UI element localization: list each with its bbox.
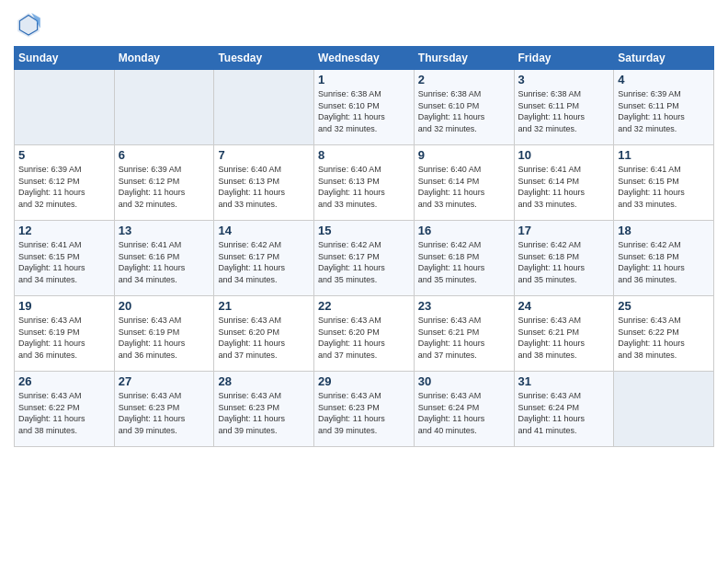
day-info: Sunrise: 6:40 AM Sunset: 6:13 PM Dayligh…	[318, 164, 410, 210]
day-info: Sunrise: 6:43 AM Sunset: 6:23 PM Dayligh…	[218, 390, 310, 436]
day-info: Sunrise: 6:42 AM Sunset: 6:18 PM Dayligh…	[618, 239, 710, 285]
day-info: Sunrise: 6:43 AM Sunset: 6:22 PM Dayligh…	[618, 315, 710, 361]
calendar-cell: 26Sunrise: 6:43 AM Sunset: 6:22 PM Dayli…	[15, 372, 115, 447]
day-number: 5	[18, 148, 110, 162]
weekday-header-saturday: Saturday	[614, 47, 714, 70]
day-info: Sunrise: 6:43 AM Sunset: 6:24 PM Dayligh…	[418, 390, 510, 436]
day-number: 1	[318, 73, 410, 86]
day-number: 21	[218, 299, 310, 313]
calendar-body: 1Sunrise: 6:38 AM Sunset: 6:10 PM Daylig…	[15, 70, 714, 447]
day-info: Sunrise: 6:43 AM Sunset: 6:21 PM Dayligh…	[418, 315, 510, 361]
day-info: Sunrise: 6:42 AM Sunset: 6:17 PM Dayligh…	[218, 239, 310, 285]
header	[14, 9, 714, 39]
day-info: Sunrise: 6:38 AM Sunset: 6:11 PM Dayligh…	[518, 88, 610, 134]
day-number: 16	[418, 224, 510, 237]
calendar-cell: 29Sunrise: 6:43 AM Sunset: 6:23 PM Dayli…	[314, 372, 415, 447]
calendar-table: SundayMondayTuesdayWednesdayThursdayFrid…	[14, 46, 714, 447]
calendar-cell: 18Sunrise: 6:42 AM Sunset: 6:18 PM Dayli…	[614, 221, 714, 296]
day-info: Sunrise: 6:39 AM Sunset: 6:11 PM Dayligh…	[618, 88, 710, 134]
calendar-cell: 19Sunrise: 6:43 AM Sunset: 6:19 PM Dayli…	[15, 296, 115, 372]
calendar-cell: 17Sunrise: 6:42 AM Sunset: 6:18 PM Dayli…	[514, 221, 614, 296]
day-info: Sunrise: 6:43 AM Sunset: 6:23 PM Dayligh…	[318, 390, 410, 436]
day-number: 19	[18, 299, 110, 313]
calendar-cell: 30Sunrise: 6:43 AM Sunset: 6:24 PM Dayli…	[414, 372, 514, 447]
calendar-week-1: 1Sunrise: 6:38 AM Sunset: 6:10 PM Daylig…	[15, 70, 714, 145]
calendar-cell: 4Sunrise: 6:39 AM Sunset: 6:11 PM Daylig…	[614, 70, 714, 145]
day-info: Sunrise: 6:43 AM Sunset: 6:19 PM Dayligh…	[18, 315, 110, 361]
day-number: 2	[418, 73, 510, 86]
day-number: 13	[119, 224, 210, 237]
day-number: 20	[119, 299, 210, 313]
day-number: 17	[518, 224, 610, 237]
day-info: Sunrise: 6:43 AM Sunset: 6:20 PM Dayligh…	[218, 315, 310, 361]
weekday-header-sunday: Sunday	[15, 47, 115, 70]
day-info: Sunrise: 6:38 AM Sunset: 6:10 PM Dayligh…	[418, 88, 510, 134]
day-number: 9	[418, 148, 510, 162]
day-info: Sunrise: 6:38 AM Sunset: 6:10 PM Dayligh…	[318, 88, 410, 134]
calendar-cell: 11Sunrise: 6:41 AM Sunset: 6:15 PM Dayli…	[614, 145, 714, 221]
weekday-header-tuesday: Tuesday	[214, 47, 314, 70]
calendar-cell: 31Sunrise: 6:43 AM Sunset: 6:24 PM Dayli…	[514, 372, 614, 447]
calendar-cell: 24Sunrise: 6:43 AM Sunset: 6:21 PM Dayli…	[514, 296, 614, 372]
calendar-cell	[114, 70, 214, 145]
calendar-cell: 5Sunrise: 6:39 AM Sunset: 6:12 PM Daylig…	[15, 145, 115, 221]
day-number: 18	[618, 224, 710, 237]
day-number: 4	[618, 73, 710, 86]
day-info: Sunrise: 6:39 AM Sunset: 6:12 PM Dayligh…	[119, 164, 210, 210]
calendar-cell: 28Sunrise: 6:43 AM Sunset: 6:23 PM Dayli…	[214, 372, 314, 447]
calendar-cell: 15Sunrise: 6:42 AM Sunset: 6:17 PM Dayli…	[314, 221, 415, 296]
calendar-cell	[614, 372, 714, 447]
calendar-cell: 9Sunrise: 6:40 AM Sunset: 6:14 PM Daylig…	[414, 145, 514, 221]
calendar-cell: 23Sunrise: 6:43 AM Sunset: 6:21 PM Dayli…	[414, 296, 514, 372]
day-number: 7	[218, 148, 310, 162]
calendar-cell: 12Sunrise: 6:41 AM Sunset: 6:15 PM Dayli…	[15, 221, 115, 296]
weekday-header-wednesday: Wednesday	[314, 47, 415, 70]
day-info: Sunrise: 6:41 AM Sunset: 6:16 PM Dayligh…	[119, 239, 210, 285]
day-number: 6	[119, 148, 210, 162]
calendar-week-4: 19Sunrise: 6:43 AM Sunset: 6:19 PM Dayli…	[15, 296, 714, 372]
calendar-cell: 25Sunrise: 6:43 AM Sunset: 6:22 PM Dayli…	[614, 296, 714, 372]
main-container: SundayMondayTuesdayWednesdayThursdayFrid…	[0, 0, 728, 456]
calendar-cell: 21Sunrise: 6:43 AM Sunset: 6:20 PM Dayli…	[214, 296, 314, 372]
calendar-cell: 22Sunrise: 6:43 AM Sunset: 6:20 PM Dayli…	[314, 296, 415, 372]
weekday-header-monday: Monday	[114, 47, 214, 70]
calendar-header-row: SundayMondayTuesdayWednesdayThursdayFrid…	[15, 47, 714, 70]
day-info: Sunrise: 6:42 AM Sunset: 6:18 PM Dayligh…	[518, 239, 610, 285]
day-number: 25	[618, 299, 710, 313]
day-info: Sunrise: 6:40 AM Sunset: 6:14 PM Dayligh…	[418, 164, 510, 210]
calendar-cell: 8Sunrise: 6:40 AM Sunset: 6:13 PM Daylig…	[314, 145, 415, 221]
calendar-cell: 6Sunrise: 6:39 AM Sunset: 6:12 PM Daylig…	[114, 145, 214, 221]
day-info: Sunrise: 6:43 AM Sunset: 6:23 PM Dayligh…	[119, 390, 210, 436]
day-number: 12	[18, 224, 110, 237]
day-number: 27	[119, 374, 210, 388]
day-info: Sunrise: 6:43 AM Sunset: 6:21 PM Dayligh…	[518, 315, 610, 361]
calendar-cell: 1Sunrise: 6:38 AM Sunset: 6:10 PM Daylig…	[314, 70, 415, 145]
day-info: Sunrise: 6:43 AM Sunset: 6:24 PM Dayligh…	[518, 390, 610, 436]
calendar-week-5: 26Sunrise: 6:43 AM Sunset: 6:22 PM Dayli…	[15, 372, 714, 447]
day-number: 8	[318, 148, 410, 162]
weekday-header-thursday: Thursday	[414, 47, 514, 70]
day-number: 10	[518, 148, 610, 162]
day-number: 26	[18, 374, 110, 388]
day-number: 11	[618, 148, 710, 162]
calendar-cell: 10Sunrise: 6:41 AM Sunset: 6:14 PM Dayli…	[514, 145, 614, 221]
day-info: Sunrise: 6:42 AM Sunset: 6:18 PM Dayligh…	[418, 239, 510, 285]
day-number: 15	[318, 224, 410, 237]
day-number: 28	[218, 374, 310, 388]
calendar-cell: 27Sunrise: 6:43 AM Sunset: 6:23 PM Dayli…	[114, 372, 214, 447]
day-info: Sunrise: 6:39 AM Sunset: 6:12 PM Dayligh…	[18, 164, 110, 210]
day-info: Sunrise: 6:43 AM Sunset: 6:20 PM Dayligh…	[318, 315, 410, 361]
day-info: Sunrise: 6:40 AM Sunset: 6:13 PM Dayligh…	[218, 164, 310, 210]
day-number: 29	[318, 374, 410, 388]
logo-icon	[14, 9, 43, 39]
calendar-cell: 13Sunrise: 6:41 AM Sunset: 6:16 PM Dayli…	[114, 221, 214, 296]
calendar-cell: 14Sunrise: 6:42 AM Sunset: 6:17 PM Dayli…	[214, 221, 314, 296]
day-number: 3	[518, 73, 610, 86]
calendar-cell: 16Sunrise: 6:42 AM Sunset: 6:18 PM Dayli…	[414, 221, 514, 296]
day-info: Sunrise: 6:41 AM Sunset: 6:15 PM Dayligh…	[618, 164, 710, 210]
calendar-week-3: 12Sunrise: 6:41 AM Sunset: 6:15 PM Dayli…	[15, 221, 714, 296]
day-info: Sunrise: 6:42 AM Sunset: 6:17 PM Dayligh…	[318, 239, 410, 285]
calendar-cell: 3Sunrise: 6:38 AM Sunset: 6:11 PM Daylig…	[514, 70, 614, 145]
calendar-cell	[214, 70, 314, 145]
day-info: Sunrise: 6:41 AM Sunset: 6:14 PM Dayligh…	[518, 164, 610, 210]
